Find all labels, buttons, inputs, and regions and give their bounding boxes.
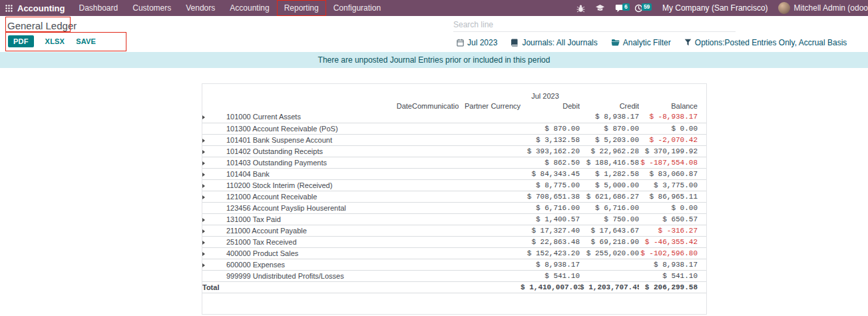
- date-cell: [384, 236, 412, 247]
- save-button[interactable]: SAVE: [76, 37, 96, 45]
- amount-cell: $ 1,400.57: [521, 213, 580, 225]
- search-zone: Jul 2023Journals: All JournalsAnalytic F…: [453, 18, 736, 47]
- nav-item-reporting[interactable]: Reporting: [277, 0, 326, 16]
- expand-caret-icon[interactable]: [202, 252, 205, 256]
- account-name[interactable]: 211000 Account Payable: [226, 225, 384, 236]
- expand-caret-icon[interactable]: [202, 184, 205, 188]
- account-name[interactable]: 101300 Account Receivable (PoS): [226, 123, 384, 134]
- expand-caret-icon[interactable]: [202, 263, 205, 267]
- expand-caret-cell: [202, 168, 226, 179]
- filter-funnel[interactable]: Options:Posted Entries Only, Accrual Bas…: [684, 38, 847, 47]
- period-header-row: Jul 2023: [202, 91, 706, 101]
- pdf-button[interactable]: PDF: [8, 35, 34, 47]
- amount-cell: $ 870.00: [521, 123, 580, 134]
- expand-caret-icon[interactable]: [202, 218, 205, 222]
- control-panel: General Ledger PDFXLSXSAVE Jul 2023Journ…: [0, 16, 868, 52]
- expand-caret-icon[interactable]: [202, 173, 205, 177]
- app-switcher[interactable]: Accounting: [0, 0, 72, 16]
- account-name[interactable]: 101000 Current Assets: [226, 111, 384, 123]
- amount-cell: $ 650.57: [639, 213, 698, 225]
- date-cell: [384, 191, 412, 202]
- expand-caret-icon[interactable]: [202, 241, 205, 245]
- account-name[interactable]: 251000 Tax Received: [226, 236, 384, 247]
- communication-cell: [412, 213, 459, 225]
- currency-cell: [489, 157, 521, 168]
- account-name[interactable]: 101402 Outstanding Receipts: [226, 145, 384, 157]
- apps-grid-icon[interactable]: [5, 5, 13, 12]
- account-name[interactable]: 600000 Expenses: [226, 259, 384, 270]
- empty-caret-cell: [202, 202, 226, 213]
- amount-cell: $ -187,554.08: [639, 157, 698, 168]
- funnel-icon: [684, 39, 692, 46]
- currency-cell: [489, 259, 521, 270]
- filter-folder[interactable]: Analytic Filter: [611, 38, 671, 47]
- messages-icon[interactable]: 6: [615, 4, 624, 13]
- account-name[interactable]: 101404 Bank: [226, 168, 384, 179]
- column-header-partner: Partner: [459, 101, 489, 111]
- partner-cell: [459, 157, 489, 168]
- expand-caret-icon[interactable]: [202, 161, 205, 165]
- partner-cell: [459, 123, 489, 134]
- search-input[interactable]: [453, 19, 736, 32]
- nav-item-configuration[interactable]: Configuration: [326, 0, 388, 16]
- partner-cell: [459, 111, 489, 123]
- account-name[interactable]: 101403 Outstanding Payments: [226, 157, 384, 168]
- expand-caret-icon[interactable]: [202, 229, 205, 233]
- calendar-icon: [457, 39, 464, 47]
- amount-cell: $ 621,686.27: [580, 191, 639, 202]
- account-name[interactable]: 121000 Account Receivable: [226, 191, 384, 202]
- amount-cell: $ 6,716.00: [580, 202, 639, 213]
- amount-cell: $ 17,643.67: [580, 225, 639, 236]
- partner-cell: [459, 236, 489, 247]
- nav-item-vendors[interactable]: Vendors: [178, 0, 222, 16]
- debug-bug-icon[interactable]: [576, 4, 585, 13]
- account-row: 131000 Tax Paid$ 1,400.57$ 750.00$ 650.5…: [202, 213, 706, 225]
- account-row: 101402 Outstanding Receipts$ 393,162.20$…: [202, 145, 706, 157]
- filter-label: Options:Posted Entries Only, Accrual Bas…: [695, 38, 847, 47]
- account-name[interactable]: 400000 Product Sales: [226, 247, 384, 259]
- messages-count-badge: 6: [622, 3, 630, 11]
- amount-cell: $ 69,218.90: [580, 236, 639, 247]
- date-cell: [384, 247, 412, 259]
- filter-book[interactable]: Journals: All Journals: [511, 38, 597, 47]
- account-name[interactable]: 123456 Account Payslip Houserental: [226, 202, 384, 213]
- communication-cell: [412, 179, 459, 191]
- graduation-cap-icon[interactable]: [595, 4, 605, 13]
- general-ledger-card: Jul 2023 DateCommunicationPartnerCurrenc…: [202, 83, 707, 315]
- amount-cell: $ 541.10: [521, 270, 580, 281]
- currency-cell: [489, 145, 521, 157]
- column-header-row: DateCommunicationPartnerCurrencyDebitCre…: [202, 101, 706, 111]
- filter-label: Journals: All Journals: [522, 38, 597, 47]
- column-header-credit: Credit: [580, 101, 639, 111]
- amount-cell: [580, 270, 639, 281]
- book-icon: [511, 39, 519, 47]
- amount-cell: $ 83,060.87: [639, 168, 698, 179]
- company-selector[interactable]: My Company (San Francisco): [662, 3, 768, 13]
- account-row: 600000 Expenses$ 8,938.17$ 8,938.17: [202, 259, 706, 270]
- total-label: Total: [202, 281, 384, 293]
- expand-caret-cell: [202, 134, 226, 145]
- expand-caret-icon[interactable]: [202, 139, 205, 143]
- account-name[interactable]: 131000 Tax Paid: [226, 213, 384, 225]
- expand-caret-icon[interactable]: [202, 115, 205, 119]
- communication-cell: [412, 202, 459, 213]
- nav-item-accounting[interactable]: Accounting: [222, 0, 276, 16]
- xlsx-button[interactable]: XLSX: [45, 37, 65, 45]
- nav-item-dashboard[interactable]: Dashboard: [72, 0, 126, 16]
- currency-cell: [489, 281, 521, 293]
- nav-item-customers[interactable]: Customers: [125, 0, 178, 16]
- partner-cell: [459, 191, 489, 202]
- expand-caret-icon[interactable]: [202, 195, 205, 199]
- user-menu[interactable]: Mitchell Admin (odoo: [778, 2, 868, 14]
- amount-cell: $ 188,416.58: [580, 157, 639, 168]
- currency-cell: [489, 191, 521, 202]
- activities-clock-icon[interactable]: 59: [634, 4, 643, 13]
- account-name[interactable]: 101401 Bank Suspense Account: [226, 134, 384, 145]
- main-menu: DashboardCustomersVendorsAccountingRepor…: [72, 0, 389, 16]
- communication-cell: [412, 247, 459, 259]
- account-name[interactable]: 110200 Stock Interim (Received): [226, 179, 384, 191]
- account-name[interactable]: 999999 Undistributed Profits/Losses: [226, 270, 384, 281]
- filter-calendar[interactable]: Jul 2023: [457, 38, 497, 47]
- expand-caret-cell: [202, 225, 226, 236]
- expand-caret-icon[interactable]: [202, 150, 205, 154]
